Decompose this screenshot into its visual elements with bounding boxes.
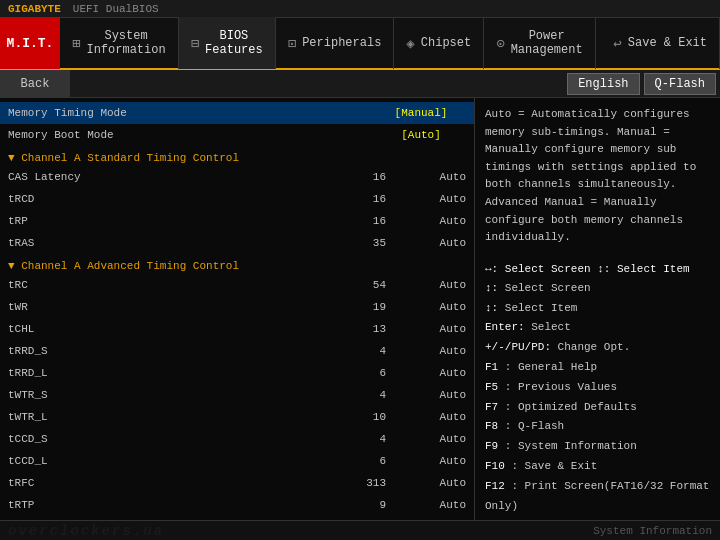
setting-name: tRTP (8, 499, 336, 511)
shortcut-header: ↔: Select Screen ↕: Select Item (485, 263, 710, 275)
nav-peripherals[interactable]: ⊡ Peripherals (276, 17, 395, 69)
setting-value: Auto (386, 279, 466, 291)
table-row[interactable]: tFAW26Auto (0, 516, 474, 520)
bios-title: UEFI DualBIOS (73, 3, 159, 15)
table-row[interactable]: tRRD_S4Auto (0, 340, 474, 362)
table-row[interactable]: CAS Latency16Auto (0, 166, 474, 188)
shortcut-key: F7 (485, 401, 498, 413)
shortcut-key: +/-/PU/PD: (485, 341, 551, 353)
nav-save-exit-label: Save & Exit (628, 36, 707, 50)
setting-value: [Manual] (376, 107, 466, 119)
table-row[interactable]: tRTP9Auto (0, 494, 474, 516)
power-icon: ⊙ (496, 35, 504, 52)
nav-peripherals-label: Peripherals (302, 36, 381, 50)
list-item: F9 : System Information (485, 437, 710, 457)
setting-num: 6 (336, 367, 386, 379)
back-button[interactable]: Back (0, 70, 70, 98)
section-header: ▼ Channel A Standard Timing Control (0, 146, 474, 166)
shortcut-desc: : Q-Flash (498, 420, 564, 432)
table-row[interactable]: Memory Boot Mode[Auto] (0, 124, 474, 146)
system-info-icon: ⊞ (72, 35, 80, 52)
table-row[interactable]: tWTR_L10Auto (0, 406, 474, 428)
table-row[interactable]: Memory Timing Mode[Manual] (0, 102, 474, 124)
setting-num: 4 (336, 433, 386, 445)
setting-value: [Auto] (376, 129, 466, 141)
shortcut-desc: : Save & Exit (505, 460, 597, 472)
list-item: +/-/PU/PD: Change Opt. (485, 338, 710, 358)
nav-system-information[interactable]: ⊞ SystemInformation (60, 17, 179, 69)
setting-num: 35 (336, 237, 386, 249)
setting-num: 6 (336, 455, 386, 467)
shortcut-list: ↕: Select Screen↕: Select ItemEnter: Sel… (485, 279, 710, 520)
table-row[interactable]: tRCD16Auto (0, 188, 474, 210)
setting-name: tCCD_L (8, 455, 336, 467)
table-row[interactable]: tCHL13Auto (0, 318, 474, 340)
right-panel: Auto = Automatically configures memory s… (475, 98, 720, 520)
main-area: Memory Timing Mode[Manual]Memory Boot Mo… (0, 98, 720, 520)
setting-num: 16 (336, 171, 386, 183)
language-button[interactable]: English (567, 73, 639, 95)
table-row[interactable]: tRP16Auto (0, 210, 474, 232)
shortcut-desc: Select Item (498, 302, 577, 314)
shortcut-desc: : Previous Values (498, 381, 617, 393)
table-row[interactable]: tRC54Auto (0, 274, 474, 296)
nav-power-label: PowerManagement (511, 29, 583, 58)
setting-name: Memory Timing Mode (8, 107, 376, 119)
setting-name: tRAS (8, 237, 336, 249)
save-exit-icon: ↩ (613, 35, 621, 52)
bottom-sys-info: System Information (593, 525, 712, 537)
mit-button[interactable]: M.I.T. (0, 17, 60, 69)
table-row[interactable]: tRFC313Auto (0, 472, 474, 494)
nav-bios-features[interactable]: ⊟ BIOSFeatures (179, 17, 276, 69)
shortcut-desc: Select (525, 321, 571, 333)
setting-name: tRFC (8, 477, 336, 489)
peripherals-icon: ⊡ (288, 35, 296, 52)
nav-chipset-label: Chipset (421, 36, 471, 50)
list-item: ↕: Select Screen (485, 279, 710, 299)
setting-name: tRCD (8, 193, 336, 205)
setting-value: Auto (386, 499, 466, 511)
nav-chipset[interactable]: ◈ Chipset (394, 17, 484, 69)
top-bar: GIGABYTE UEFI DualBIOS (0, 0, 720, 18)
setting-num: 54 (336, 279, 386, 291)
setting-name: tWTR_L (8, 411, 336, 423)
list-item: Enter: Select (485, 318, 710, 338)
setting-name: tWR (8, 301, 336, 313)
setting-num: 16 (336, 193, 386, 205)
setting-name: tWTR_S (8, 389, 336, 401)
gigabyte-logo: GIGABYTE (8, 3, 61, 15)
table-row[interactable]: tWTR_S4Auto (0, 384, 474, 406)
shortcut-key: F8 (485, 420, 498, 432)
setting-name: tRRD_L (8, 367, 336, 379)
section-header: ▼ Channel A Advanced Timing Control (0, 254, 474, 274)
setting-value: Auto (386, 193, 466, 205)
setting-name: CAS Latency (8, 171, 336, 183)
bottom-bar: overclockers.ua System Information (0, 520, 720, 540)
table-row[interactable]: tCCD_S4Auto (0, 428, 474, 450)
nav-save-exit[interactable]: ↩ Save & Exit (601, 17, 720, 69)
setting-value: Auto (386, 389, 466, 401)
setting-value: Auto (386, 215, 466, 227)
shortcut-key: F5 (485, 381, 498, 393)
list-item: F7 : Optimized Defaults (485, 398, 710, 418)
setting-num: 19 (336, 301, 386, 313)
shortcut-key: ↕: (485, 302, 498, 314)
shortcut-desc: Select Screen (498, 282, 590, 294)
nav-power-management[interactable]: ⊙ PowerManagement (484, 17, 595, 69)
shortcut-desc: : Print Screen(FAT16/32 Format Only) (485, 480, 709, 512)
table-row[interactable]: tRAS35Auto (0, 232, 474, 254)
setting-num: 13 (336, 323, 386, 335)
table-row[interactable]: tWR19Auto (0, 296, 474, 318)
table-row[interactable]: tRRD_L6Auto (0, 362, 474, 384)
setting-name: tRP (8, 215, 336, 227)
setting-name: tCCD_S (8, 433, 336, 445)
setting-value: Auto (386, 433, 466, 445)
shortcut-desc: : General Help (498, 361, 597, 373)
qflash-button[interactable]: Q-Flash (644, 73, 716, 95)
list-item: F8 : Q-Flash (485, 417, 710, 437)
setting-name: Memory Boot Mode (8, 129, 376, 141)
shortcut-key: F10 (485, 460, 505, 472)
setting-value: Auto (386, 237, 466, 249)
table-row[interactable]: tCCD_L6Auto (0, 450, 474, 472)
setting-value: Auto (386, 367, 466, 379)
